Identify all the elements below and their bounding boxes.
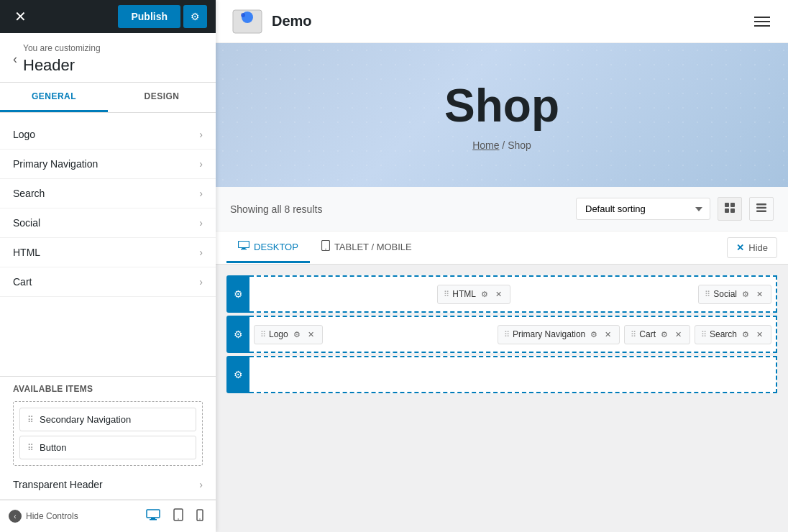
builder-tab-desktop-label: DESKTOP — [254, 242, 298, 252]
widget-primary-nav-settings-button[interactable]: ⚙ — [588, 329, 600, 340]
hide-label: Hide — [748, 242, 768, 253]
ham-line — [754, 21, 770, 22]
menu-item-social[interactable]: Social › — [0, 208, 216, 238]
device-mobile-button[interactable] — [193, 506, 207, 526]
menu-item-search-label: Search — [13, 188, 45, 199]
tab-general[interactable]: GENERAL — [0, 83, 108, 112]
widget-html-remove-button[interactable]: ✕ — [493, 289, 504, 300]
widget-drag-icon: ⠿ — [701, 330, 707, 339]
svg-rect-18 — [242, 248, 246, 249]
breadcrumb-home-link[interactable]: Home — [472, 139, 499, 151]
close-button[interactable]: ✕ — [9, 5, 32, 28]
svg-rect-0 — [147, 510, 160, 518]
chevron-icon: › — [199, 247, 203, 258]
widget-social-remove-button[interactable]: ✕ — [754, 289, 765, 300]
svg-rect-2 — [150, 519, 157, 520]
shop-toolbar: Showing all 8 results Default sorting So… — [216, 187, 788, 231]
row-3-settings-button[interactable]: ⚙ — [226, 356, 249, 393]
widget-cart: ⠿ Cart ⚙ ✕ — [624, 325, 690, 344]
row-2-settings-button[interactable]: ⚙ — [226, 316, 249, 353]
svg-rect-15 — [756, 207, 766, 209]
ham-line — [754, 17, 770, 18]
builder-row-2: ⚙ ⠿ Logo ⚙ ✕ ⠿ Primary Navigation ⚙ — [226, 316, 777, 353]
right-panel: Demo Shop Home / Shop Showing all 8 resu… — [216, 0, 788, 532]
publish-group: Publish ⚙ — [118, 5, 207, 28]
menu-item-html-label: HTML — [13, 247, 40, 258]
widget-html: ⠿ HTML ⚙ ✕ — [437, 285, 510, 304]
svg-rect-1 — [151, 518, 155, 519]
hamburger-button[interactable] — [751, 13, 774, 30]
builder-row-1: ⚙ ⠿ HTML ⚙ ✕ ⠿ Social — [226, 275, 777, 313]
builder-tab-desktop[interactable]: DESKTOP — [226, 232, 310, 263]
drag-handle-icon: ⠿ — [27, 443, 34, 453]
back-button[interactable]: ‹ — [13, 52, 17, 67]
widget-drag-icon: ⠿ — [444, 290, 449, 299]
widget-html-settings-button[interactable]: ⚙ — [479, 289, 490, 300]
toolbar-right: Default sorting Sort by popularity Sort … — [576, 197, 774, 221]
customizing-section: ‹ You are customizing Header — [0, 33, 216, 83]
grid-view-button[interactable] — [718, 197, 742, 221]
menu-item-search[interactable]: Search › — [0, 179, 216, 208]
widget-drag-icon: ⠿ — [504, 330, 510, 339]
available-items-section: Available Items ⠿ Secondary Navigation ⠿… — [0, 376, 216, 470]
svg-rect-12 — [725, 208, 729, 213]
available-items-box: ⠿ Secondary Navigation ⠿ Button — [13, 401, 203, 466]
widget-drag-icon: ⠿ — [705, 290, 710, 299]
tabs-row: GENERAL DESIGN — [0, 83, 216, 113]
widget-cart-label: Cart — [639, 329, 656, 339]
svg-rect-19 — [241, 249, 247, 249]
hero-title: Shop — [230, 79, 774, 132]
svg-point-4 — [178, 518, 179, 520]
widget-search-settings-button[interactable]: ⚙ — [740, 329, 751, 340]
list-view-button[interactable] — [749, 197, 774, 221]
widget-search: ⠿ Search ⚙ ✕ — [695, 325, 771, 344]
menu-item-primary-nav[interactable]: Primary Navigation › — [0, 150, 216, 179]
widget-search-remove-button[interactable]: ✕ — [754, 329, 765, 340]
tablet-tab-icon — [321, 240, 330, 253]
hero-breadcrumb: Home / Shop — [230, 139, 774, 151]
widget-primary-nav-remove-button[interactable]: ✕ — [603, 329, 613, 340]
menu-item-cart[interactable]: Cart › — [0, 267, 216, 297]
builder-tab-tablet[interactable]: TABLET / MOBILE — [310, 231, 423, 264]
hide-x-icon: ✕ — [736, 242, 744, 253]
builder-row-3: ⚙ — [226, 356, 777, 393]
draggable-secondary-nav[interactable]: ⠿ Secondary Navigation — [19, 408, 196, 431]
chevron-icon: › — [199, 188, 203, 199]
device-buttons — [142, 506, 207, 526]
customizing-info: You are customizing Header — [23, 43, 101, 75]
widget-cart-remove-button[interactable]: ✕ — [673, 329, 684, 340]
bottom-controls: ‹ Hide Controls — [0, 500, 216, 532]
sort-select[interactable]: Default sorting Sort by popularity Sort … — [576, 198, 710, 220]
menu-item-logo[interactable]: Logo › — [0, 120, 216, 150]
publish-button[interactable]: Publish — [118, 5, 180, 28]
device-desktop-button[interactable] — [142, 506, 164, 526]
transparent-header-item[interactable]: Transparent Header › — [0, 470, 216, 500]
menu-item-html[interactable]: HTML › — [0, 238, 216, 267]
widget-logo-remove-button[interactable]: ✕ — [306, 329, 316, 340]
device-tablet-button[interactable] — [170, 506, 187, 526]
hide-controls-button[interactable]: ‹ Hide Controls — [9, 510, 78, 523]
widget-logo-settings-button[interactable]: ⚙ — [291, 329, 303, 340]
secondary-nav-label: Secondary Navigation — [40, 414, 131, 425]
row-1-content: ⠿ HTML ⚙ ✕ ⠿ Social ⚙ ✕ — [249, 275, 777, 313]
hide-button[interactable]: ✕ Hide — [727, 237, 777, 258]
widget-search-label: Search — [710, 329, 737, 339]
menu-item-cart-label: Cart — [13, 276, 32, 288]
svg-rect-14 — [756, 203, 766, 206]
hero-section: Shop Home / Shop — [216, 43, 788, 187]
chevron-icon: › — [199, 217, 203, 229]
menu-item-logo-label: Logo — [13, 129, 35, 140]
svg-rect-13 — [730, 208, 735, 213]
button-label: Button — [40, 442, 67, 453]
tab-design[interactable]: DESIGN — [108, 83, 216, 112]
svg-rect-11 — [730, 203, 735, 207]
widget-primary-nav-label: Primary Navigation — [513, 329, 585, 339]
row-1-settings-button[interactable]: ⚙ — [226, 275, 249, 313]
hide-controls-label: Hide Controls — [26, 511, 78, 521]
publish-settings-button[interactable]: ⚙ — [183, 5, 207, 28]
draggable-button[interactable]: ⠿ Button — [19, 436, 196, 459]
row-2-content: ⠿ Logo ⚙ ✕ ⠿ Primary Navigation ⚙ ✕ — [249, 316, 777, 353]
desktop-tab-icon — [238, 241, 249, 252]
widget-cart-settings-button[interactable]: ⚙ — [659, 329, 670, 340]
widget-social-settings-button[interactable]: ⚙ — [740, 289, 751, 300]
